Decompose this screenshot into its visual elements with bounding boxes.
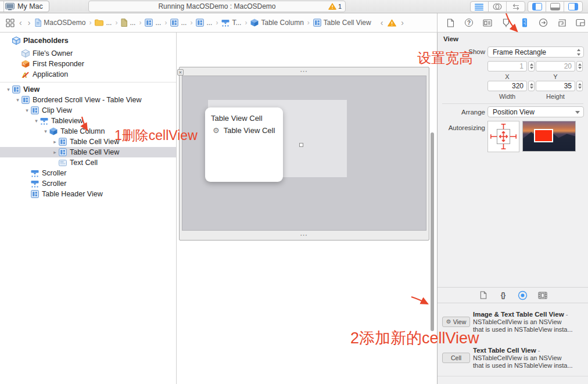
- navigator-panel-toggle[interactable]: [528, 2, 546, 12]
- width-label: Width: [487, 93, 527, 100]
- annotation-delete-cellview: 1删除cellView: [114, 127, 198, 145]
- width-field[interactable]: 320: [487, 81, 527, 91]
- y-stepper[interactable]: [576, 61, 583, 71]
- outline-row-files-owner[interactable]: File's Owner: [0, 48, 176, 59]
- issue-warning-icon[interactable]: [388, 19, 396, 27]
- window-bottom-handle[interactable]: ⋯: [180, 232, 429, 239]
- outline-row-table-cell-view-2-selected[interactable]: ▸ Table Cell View: [0, 147, 176, 157]
- disclosure-open-icon[interactable]: ▾: [14, 97, 21, 103]
- application-icon: A: [21, 71, 31, 78]
- canvas-scrollbar[interactable]: [431, 132, 434, 331]
- text-cell-icon: [59, 160, 69, 166]
- height-field[interactable]: 35: [536, 81, 575, 91]
- outline-row-bordered-scroll-view[interactable]: ▾ Bordered Scroll View - Table View: [0, 95, 176, 105]
- identity-inspector-tab[interactable]: [483, 18, 492, 27]
- view-effects-inspector-tab[interactable]: [576, 18, 585, 27]
- arrange-popup[interactable]: Position View: [487, 106, 584, 117]
- disclosure-open-icon[interactable]: ▾: [33, 118, 40, 124]
- scheme-selector[interactable]: My Mac: [0, 1, 49, 12]
- disclosure-open-icon[interactable]: ▾: [42, 128, 49, 134]
- outline-label: Scroller: [42, 169, 66, 177]
- outline-row-scroller-2[interactable]: Scroller: [0, 178, 176, 189]
- code-snippet-library-tab[interactable]: {}: [498, 290, 508, 300]
- breadcrumb-table-column[interactable]: Table Column: [250, 19, 303, 27]
- cell-content-row[interactable]: ⚙ Table View Cell: [213, 126, 275, 135]
- outline-row-first-responder[interactable]: First Responder: [0, 59, 176, 69]
- quick-help-inspector-tab[interactable]: ?: [464, 18, 474, 27]
- height-stepper[interactable]: [576, 81, 583, 91]
- standard-editor-button[interactable]: [471, 2, 489, 12]
- breadcrumb-view-2[interactable]: ...: [170, 19, 187, 27]
- size-inspector-tab[interactable]: [520, 18, 529, 27]
- outline-separator: [0, 82, 176, 82]
- warning-count: 1: [338, 3, 342, 10]
- selection-resize-handle[interactable]: [299, 143, 303, 147]
- disclosure-closed-icon[interactable]: ▸: [51, 139, 59, 145]
- crumb-separator: ›: [164, 19, 167, 27]
- next-issue-button[interactable]: ›: [400, 18, 405, 27]
- x-stepper[interactable]: [528, 61, 535, 71]
- editor-mode-buttons: [470, 1, 525, 12]
- ib-window[interactable]: ✕ ⋯ Table View Cell ⚙ Table View Cell ⋯: [179, 67, 429, 241]
- disclosure-closed-icon[interactable]: ▸: [51, 149, 59, 155]
- view-icon: [313, 19, 321, 27]
- view-surface[interactable]: Table View Cell ⚙ Table View Cell: [182, 76, 426, 231]
- outline-row-table-header-view[interactable]: Table Header View: [0, 189, 176, 199]
- y-field[interactable]: 20: [536, 61, 575, 71]
- folder-icon: [95, 19, 103, 26]
- file-template-library-tab[interactable]: [478, 290, 489, 300]
- related-items-icon[interactable]: [6, 19, 15, 27]
- bottom-panel-icon: [550, 3, 560, 10]
- outline-row-clip-view[interactable]: ▾ Clip View: [0, 105, 176, 116]
- breadcrumb-tableview[interactable]: T...: [221, 19, 241, 27]
- crumb-separator: ›: [190, 19, 192, 27]
- library-item-text-cell[interactable]: Cell Text Table Cell View - NSTableCellV…: [438, 344, 588, 378]
- forward-button[interactable]: ›: [27, 18, 32, 27]
- outline-row-view[interactable]: ▾ View: [0, 84, 176, 95]
- cube-icon: [250, 19, 259, 27]
- outline-row-scroller-1[interactable]: Scroller: [0, 168, 176, 178]
- window-top-handle[interactable]: ⋯: [180, 68, 429, 75]
- breadcrumb-folder[interactable]: ...: [95, 19, 112, 27]
- media-library-tab[interactable]: [537, 290, 548, 300]
- cube-icon: [49, 127, 59, 135]
- outline-row-placeholders[interactable]: Placeholders: [0, 35, 176, 46]
- breadcrumb-view-3[interactable]: ...: [196, 19, 212, 27]
- connections-inspector-tab[interactable]: [539, 18, 548, 27]
- monitor-icon: [5, 3, 15, 10]
- table-cell-view-editor[interactable]: Table View Cell ⚙ Table View Cell: [205, 107, 283, 182]
- library-item-badge: Cell: [442, 353, 470, 363]
- file-inspector-tab[interactable]: [446, 18, 455, 27]
- autoresizing-label: Autoresizing: [439, 124, 485, 131]
- back-button[interactable]: ‹: [18, 18, 23, 27]
- width-stepper[interactable]: [528, 81, 535, 91]
- crumb-separator: ›: [89, 19, 91, 27]
- disclosure-open-icon[interactable]: ▾: [23, 107, 31, 113]
- outline-label: File's Owner: [33, 49, 73, 58]
- inspector-divider: [442, 103, 583, 104]
- autoresizing-widget[interactable]: [487, 121, 519, 152]
- version-editor-button[interactable]: [507, 2, 525, 12]
- object-library-tab[interactable]: [518, 290, 528, 300]
- breadcrumb-view-1[interactable]: ...: [145, 19, 161, 27]
- cell-title: Table View Cell: [211, 114, 263, 123]
- height-label: Height: [536, 93, 575, 100]
- outline-row-tableview[interactable]: ▾ Tableview: [0, 116, 176, 126]
- disclosure-open-icon[interactable]: ▾: [5, 87, 12, 92]
- document-outline: Placeholders File's Owner First Responde…: [0, 33, 177, 384]
- x-field[interactable]: 1: [487, 61, 527, 71]
- assistant-editor-button[interactable]: [489, 2, 507, 12]
- prev-issue-button[interactable]: ‹: [379, 18, 385, 27]
- breadcrumb-table-cell-view[interactable]: Table Cell View: [313, 19, 371, 27]
- window-close-checkbox[interactable]: ✕: [177, 69, 184, 76]
- show-popup[interactable]: Frame Rectangle: [487, 46, 584, 58]
- outline-row-application[interactable]: A Application: [0, 69, 176, 80]
- attributes-inspector-tab[interactable]: [501, 18, 511, 27]
- inspector-panel-toggle[interactable]: [564, 2, 582, 12]
- breadcrumb-document[interactable]: MacOSDemo: [35, 19, 85, 27]
- status-warning[interactable]: 1: [328, 3, 342, 10]
- outline-row-text-cell[interactable]: Text Cell: [0, 157, 176, 168]
- bindings-inspector-tab[interactable]: [557, 18, 567, 27]
- breadcrumb-file[interactable]: ...: [121, 19, 135, 27]
- debug-panel-toggle[interactable]: [546, 2, 564, 12]
